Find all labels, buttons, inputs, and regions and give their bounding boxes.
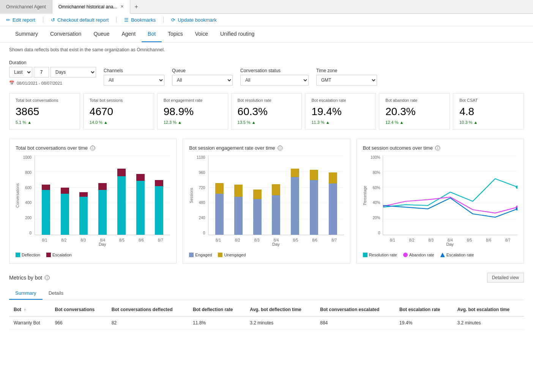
kpi-section: Total bot conversations 3865 5.1 % ▲ Tot… <box>0 90 533 136</box>
filters-section: Duration Last Days 📅 08/01/2021 - 08/07/… <box>0 57 533 90</box>
chart1-area: 8/1 8/2 8/3 8/4 8/5 8/6 8/7 <box>35 155 170 235</box>
nav-tab-unified-routing[interactable]: Unified routing <box>214 26 260 42</box>
trend-up-icon-0: ▲ <box>27 120 32 125</box>
chart1-bar-6 <box>135 174 146 235</box>
cell-bot-name: Warranty Bot <box>9 316 50 330</box>
channels-filter: Channels All <box>104 68 164 85</box>
nav-tab-agent[interactable]: Agent <box>115 26 142 42</box>
chart1-legend-escalation: Escalation <box>46 253 72 257</box>
chart-bot-session-engagement: Bot session engagement rate over time ⓘ … <box>183 139 350 264</box>
chart1-x-title: Day <box>35 242 170 247</box>
queue-select[interactable]: All <box>172 75 233 85</box>
trend-up-icon-3: ▲ <box>252 120 256 125</box>
browser-tab-agent[interactable]: Omnichannel Agent <box>0 0 52 14</box>
cell-escalation-rate: 19.4% <box>395 316 453 330</box>
chart2-info-icon[interactable]: ⓘ <box>278 145 283 151</box>
checkout-report-button[interactable]: ↺ Checkout default report <box>51 17 109 23</box>
col-bot[interactable]: Bot ↑ <box>9 303 50 316</box>
table-head: Bot ↑ Bot conversations Bot conversation… <box>9 303 524 316</box>
nav-tab-queue[interactable]: Queue <box>87 26 115 42</box>
kpi-total-bot-conversations: Total bot conversations 3865 5.1 % ▲ <box>9 93 80 130</box>
chart1-legend: Deflection Escalation <box>16 253 170 257</box>
chart3-area: 8/1 8/2 8/3 8/4 8/5 8/6 8/7 <box>383 155 517 235</box>
conversation-status-select[interactable]: All <box>240 75 309 85</box>
metrics-table: Bot ↑ Bot conversations Bot conversation… <box>9 303 524 330</box>
chart3-legend-escalation: Escalation rate <box>440 253 474 257</box>
col-bot-conversations[interactable]: Bot conversations <box>50 303 107 316</box>
table-row: Warranty Bot 966 82 11.8% 3.2 minutes 88… <box>9 316 524 330</box>
refresh-icon: ⟳ <box>171 17 175 23</box>
cell-escalated: 884 <box>315 316 395 330</box>
update-bookmark-button[interactable]: ⟳ Update bookmark <box>171 17 217 23</box>
chart2-y-label: Sessions <box>189 188 194 203</box>
chart-bot-session-outcomes: Bot session outcomes over time ⓘ Percent… <box>356 139 524 264</box>
duration-unit-select[interactable]: Days <box>50 67 96 77</box>
chart1-y-label: Conversations <box>16 183 20 207</box>
chart1-bars <box>35 155 170 235</box>
chart3-svg <box>383 155 517 235</box>
chart2-legend-engaged: Engaged <box>189 253 212 257</box>
toolbar-separator-2 <box>116 17 117 23</box>
duration-filter: Duration Last Days 📅 08/01/2021 - 08/07/… <box>9 60 96 85</box>
detailed-view-button[interactable]: Detailed view <box>487 273 524 283</box>
col-bot-deflection-rate[interactable]: Bot deflection rate <box>188 303 245 316</box>
chart3-info-icon[interactable]: ⓘ <box>435 145 440 151</box>
pencil-icon: ✏ <box>6 17 10 23</box>
kpi-change-1: 14.0 % ▲ <box>90 120 148 125</box>
chart3-y-label: Percentage <box>363 185 367 205</box>
kpi-bot-engagement-rate: Bot engagement rate 98.9% 12.3 % ▲ <box>157 93 228 130</box>
date-range-display: 📅 08/01/2021 - 08/07/2021 <box>9 81 96 85</box>
kpi-change-5: 12.4 % ▲ <box>385 120 443 125</box>
kpi-total-bot-sessions: Total bot sessions 4670 14.0 % ▲ <box>83 93 154 130</box>
kpi-bot-csat: Bot CSAT 4.8 10.3 % ▲ <box>453 93 524 130</box>
kpi-change-6: 10.3 % ▲ <box>459 120 517 125</box>
cell-conversations: 966 <box>50 316 107 330</box>
reset-icon: ↺ <box>51 17 55 23</box>
chart1-y-axis: 1000 800 600 400 200 0 <box>21 155 33 235</box>
nav-tab-summary[interactable]: Summary <box>9 26 44 42</box>
chart3-legend-resolution: Resolution rate <box>363 253 397 257</box>
col-avg-bot-escalation-time[interactable]: Avg. bot escalation time <box>453 303 524 316</box>
metrics-info-icon[interactable]: ⓘ <box>44 275 50 280</box>
chart1-bar-2 <box>60 188 70 235</box>
timezone-select[interactable]: GMT <box>316 75 377 85</box>
nav-tab-topics[interactable]: Topics <box>162 26 189 42</box>
close-tab-icon[interactable]: ✕ <box>120 4 124 9</box>
edit-report-button[interactable]: ✏ Edit report <box>6 17 35 23</box>
trend-up-icon-4: ▲ <box>326 120 330 125</box>
chart3-y-axis: 100% 80% 60% 40% 20% 0 <box>368 155 382 235</box>
cell-avg-escalation-time: 3.2 minutes <box>453 316 524 330</box>
cell-deflection-rate: 11.8% <box>188 316 245 330</box>
queue-filter: Queue All <box>172 68 233 85</box>
conversation-status-filter: Conversation status All <box>240 68 309 85</box>
chart1-bar-3 <box>78 192 89 235</box>
col-avg-bot-deflection-time[interactable]: Avg. bot deflection time <box>245 303 315 316</box>
col-bot-conversation-escalated[interactable]: Bot conversation escalated <box>315 303 395 316</box>
nav-tabs: Summary Conversation Queue Agent Bot Top… <box>0 26 533 43</box>
duration-value-input[interactable] <box>34 67 49 77</box>
chart1-bar-5 <box>116 169 127 235</box>
col-bot-escalation-rate[interactable]: Bot escalation rate <box>395 303 453 316</box>
nav-tab-voice[interactable]: Voice <box>189 26 214 42</box>
svg-point-5 <box>516 185 517 189</box>
trend-up-icon-6: ▲ <box>473 120 478 125</box>
tab-summary[interactable]: Summary <box>9 287 43 300</box>
bookmark-icon: ☰ <box>124 17 129 23</box>
chart1-legend-deflection: Deflection <box>16 253 40 257</box>
nav-tab-bot[interactable]: Bot <box>142 26 162 42</box>
nav-tab-conversation[interactable]: Conversation <box>44 26 88 42</box>
browser-tab-historical[interactable]: Omnichannel historical ana... ✕ <box>52 0 130 14</box>
chart1-bar-7 <box>154 180 164 235</box>
col-bot-conversations-deflected[interactable]: Bot conversations deflected <box>107 303 188 316</box>
channels-select[interactable]: All <box>104 75 164 85</box>
add-tab-button[interactable]: + <box>130 3 143 10</box>
chart1-bar-4 <box>97 183 108 235</box>
tab-details[interactable]: Details <box>43 287 70 300</box>
bookmarks-button[interactable]: ☰ Bookmarks <box>124 17 156 23</box>
kpi-bot-resolution-rate: Bot resolution rate 60.3% 13.5 % ▲ <box>231 93 302 130</box>
chart3-legend: Resolution rate Abandon rate Escalation … <box>363 253 517 257</box>
duration-preset-select[interactable]: Last <box>9 67 32 77</box>
kpi-bot-escalation-rate: Bot escalation rate 19.4% 11.3 % ▲ <box>305 93 376 130</box>
chart2-legend-unengaged: Unengaged <box>218 253 246 257</box>
chart1-info-icon[interactable]: ⓘ <box>90 145 95 151</box>
